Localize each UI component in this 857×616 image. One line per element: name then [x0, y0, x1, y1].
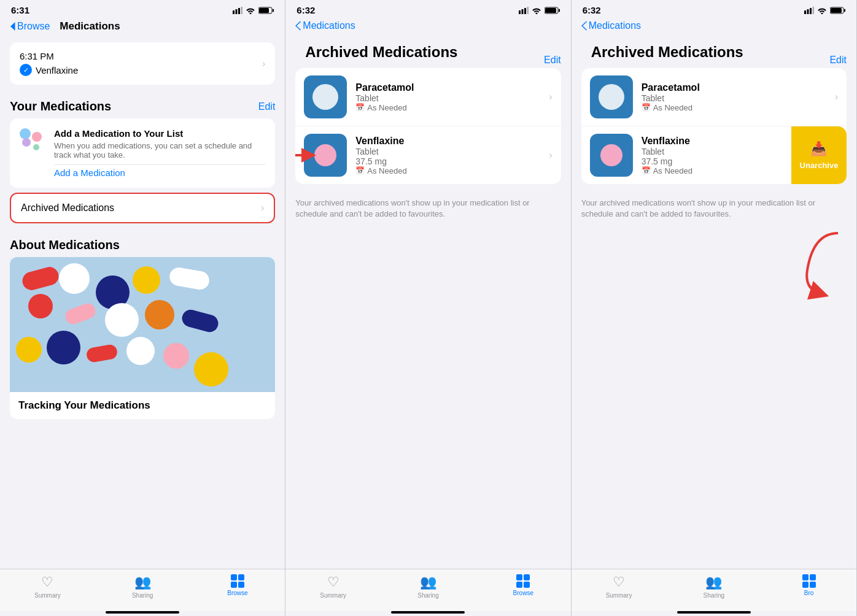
cal-icon-2a: 📅	[355, 103, 365, 112]
tab-bar-2: ♡ Summary 👥 Sharing Browse	[285, 569, 570, 611]
tab-browse-1[interactable]: Browse	[190, 574, 285, 599]
panel2-scroll[interactable]: Archived Medications Edit Paracetamol Ta…	[285, 36, 570, 569]
paracetamol-thumb-2	[304, 75, 347, 118]
nav-bar-2: Medications	[285, 18, 570, 36]
tab-sharing-2[interactable]: 👥 Sharing	[381, 574, 476, 599]
paracetamol-schedule-3: 📅 As Needed	[642, 103, 826, 112]
archived-row-label: Archived Medications	[21, 202, 114, 214]
unarchive-icon: 📥	[810, 141, 827, 157]
battery-icon	[258, 7, 274, 14]
browse-icon-2	[516, 574, 530, 588]
sharing-icon-2: 👥	[420, 574, 436, 590]
about-card: Tracking Your Medications	[10, 257, 275, 419]
tab-browse-label-2: Browse	[513, 590, 533, 596]
cal-icon-3b: 📅	[642, 166, 651, 175]
svg-rect-7	[519, 10, 521, 14]
status-time-3: 6:32	[583, 5, 601, 15]
chevron-right-icon: ›	[262, 58, 265, 69]
your-medications-header: Your Medications Edit	[0, 90, 285, 118]
panel3-scroll[interactable]: Archived Medications Edit Paracetamol Ta…	[572, 36, 856, 569]
add-medication-card[interactable]: Add a Medication to Your List When you a…	[10, 118, 275, 188]
tab-sharing-1[interactable]: 👥 Sharing	[95, 574, 190, 599]
panel-3: 6:32 Medications Archived Medications Ed…	[572, 0, 857, 616]
wifi-icon-3	[817, 7, 827, 14]
archived-title-2: Archived Medications	[295, 44, 467, 66]
svg-rect-6	[273, 9, 274, 12]
med-item-venflaxine-2[interactable]: Venflaxine Tablet 37.5 mg 📅 As Needed ›	[295, 126, 560, 184]
tab-browse-3[interactable]: Bro	[761, 574, 856, 599]
reminder-time: 6:31 PM	[20, 51, 78, 61]
back-button-3[interactable]: Medications	[581, 20, 641, 31]
tab-browse-label-1: Browse	[227, 590, 247, 596]
svg-rect-2	[238, 8, 240, 14]
med-list-2: Paracetamol Tablet 📅 As Needed › Venflax…	[295, 68, 560, 184]
add-med-title: Add a Medication to Your List	[54, 128, 265, 139]
svg-rect-21	[831, 8, 842, 13]
venflaxine-name-2: Venflaxine	[355, 136, 540, 147]
reminder-med: ✓ Venflaxine	[20, 64, 78, 76]
wifi-icon-2	[532, 7, 541, 14]
svg-rect-16	[804, 10, 806, 14]
browse-icon-1	[231, 574, 244, 588]
reminder-med-name: Venflaxine	[36, 65, 78, 75]
tab-summary-1[interactable]: ♡ Summary	[0, 574, 95, 599]
svg-rect-5	[259, 8, 269, 13]
tab-summary-2[interactable]: ♡ Summary	[285, 574, 381, 599]
heart-icon-1: ♡	[41, 574, 53, 590]
svg-rect-18	[810, 8, 812, 14]
tab-summary-3[interactable]: ♡ Summary	[572, 574, 667, 599]
pills-image	[10, 257, 275, 392]
scroll-content-1[interactable]: 6:31 PM ✓ Venflaxine › Your Medications …	[0, 37, 285, 569]
chevron-ven-2: ›	[549, 150, 552, 161]
unarchive-label: Unarchive	[800, 161, 839, 170]
tab-sharing-label-2: Sharing	[417, 592, 438, 599]
tab-sharing-label-1: Sharing	[132, 592, 153, 599]
signal-icon	[233, 7, 242, 14]
tab-sharing-3[interactable]: 👥 Sharing	[666, 574, 761, 599]
paracetamol-type-2: Tablet	[355, 93, 540, 103]
heart-icon-3: ♡	[613, 574, 625, 590]
med-item-venflaxine-3[interactable]: Venflaxine Tablet 37.5 mg 📅 As Needed › …	[581, 126, 847, 184]
signal-icon-3	[804, 7, 814, 14]
red-arrow-2	[295, 146, 320, 164]
red-arrow-3	[789, 227, 850, 301]
edit-button-2[interactable]: Edit	[544, 55, 561, 66]
svg-rect-17	[807, 9, 809, 14]
reminder-card[interactable]: 6:31 PM ✓ Venflaxine ›	[10, 42, 275, 85]
back-button-2[interactable]: Medications	[295, 20, 355, 31]
back-button-1[interactable]: Browse	[10, 21, 50, 32]
paracetamol-details-3: Paracetamol Tablet 📅 As Needed	[642, 82, 826, 112]
status-icons-2	[519, 7, 560, 14]
tab-summary-label-2: Summary	[320, 592, 346, 599]
status-time-1: 6:31	[11, 5, 29, 15]
med-item-paracetamol-2[interactable]: Paracetamol Tablet 📅 As Needed ›	[295, 68, 560, 126]
tab-sharing-label-3: Sharing	[704, 592, 724, 599]
panel-2: 6:32 Medications Archived Medications Ed…	[285, 0, 571, 616]
venflaxine-thumb-3	[590, 134, 633, 177]
checkmark-icon: ✓	[20, 64, 32, 76]
med-item-paracetamol-3[interactable]: Paracetamol Tablet 📅 As Needed ›	[581, 68, 847, 126]
nav-title-1: Medications	[60, 20, 120, 33]
svg-rect-8	[521, 9, 523, 14]
archived-medications-row[interactable]: Archived Medications ›	[10, 193, 275, 223]
tab-summary-label-1: Summary	[34, 592, 61, 599]
add-med-desc: When you add medications, you can set a …	[54, 141, 265, 160]
reminder-left: 6:31 PM ✓ Venflaxine	[20, 51, 78, 76]
unarchive-button[interactable]: 📥 Unarchive	[791, 126, 847, 184]
cal-icon-3a: 📅	[642, 103, 651, 112]
med-list-3: Paracetamol Tablet 📅 As Needed › Venflax…	[581, 68, 847, 184]
status-bar-3: 6:32	[572, 0, 856, 18]
edit-button-3[interactable]: Edit	[829, 55, 847, 66]
cal-icon-2b: 📅	[355, 166, 365, 175]
archived-title-3: Archived Medications	[581, 44, 753, 66]
svg-rect-9	[524, 8, 526, 14]
status-bar-2: 6:32	[285, 0, 570, 18]
add-medication-link[interactable]: Add a Medication	[54, 164, 265, 178]
edit-button-1[interactable]: Edit	[258, 101, 276, 112]
tab-bar-1: ♡ Summary 👥 Sharing Browse	[0, 569, 285, 611]
chevron-para-3: ›	[835, 91, 838, 102]
venflaxine-details-2: Venflaxine Tablet 37.5 mg 📅 As Needed	[355, 136, 540, 175]
tab-browse-2[interactable]: Browse	[476, 574, 571, 599]
status-time-2: 6:32	[297, 5, 315, 15]
battery-icon-3	[830, 7, 845, 14]
